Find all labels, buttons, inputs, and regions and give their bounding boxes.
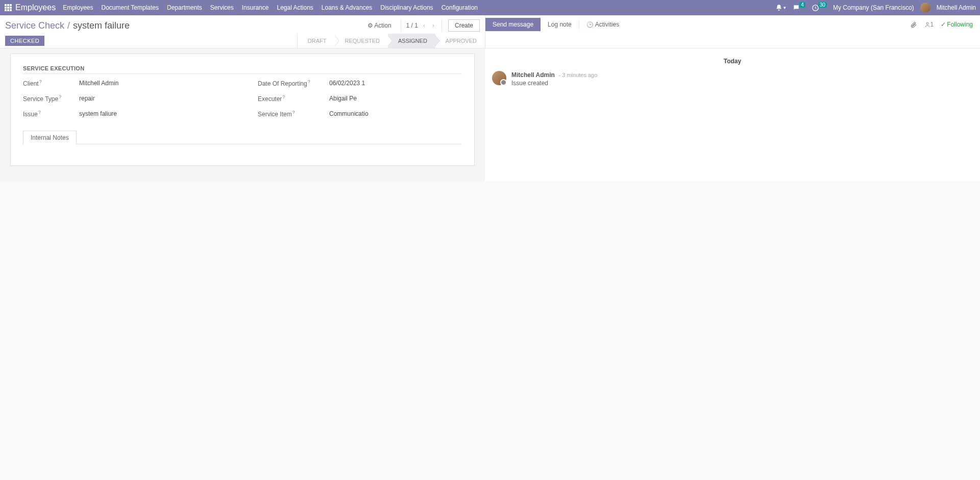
field-service-type: Service Type? repair xyxy=(23,94,227,103)
value-issue[interactable]: system faliure xyxy=(79,110,117,117)
menu-loans-advances[interactable]: Loans & Advances xyxy=(322,4,372,11)
pager-prev[interactable]: ‹ xyxy=(421,22,427,29)
menu-legal-actions[interactable]: Legal Actions xyxy=(277,4,313,11)
svg-rect-3 xyxy=(5,7,7,9)
topnav-right: ▾ 4 30 My Company (San Francisco) Mitche… xyxy=(775,3,976,13)
help-icon[interactable]: ? xyxy=(308,79,310,84)
svg-rect-5 xyxy=(10,7,12,9)
stage-assigned[interactable]: ASSIGNED xyxy=(388,34,435,48)
message-text: Issue created xyxy=(511,80,597,87)
control-panel: Service Check / system failure ⚙Action 1… xyxy=(0,15,980,48)
section-title: SERVICE EXECUTION xyxy=(23,65,462,71)
chatter-pane: Today Mitchell Admin - 3 minutes ago Iss… xyxy=(485,48,980,181)
activities-button[interactable]: 30 xyxy=(812,4,827,12)
label-client: Client? xyxy=(23,79,79,87)
apps-icon[interactable] xyxy=(4,4,12,12)
value-client[interactable]: Mitchell Admin xyxy=(79,80,118,87)
menu-services[interactable]: Services xyxy=(210,4,234,11)
label-service-type: Service Type? xyxy=(23,94,79,103)
field-client: Client? Mitchell Admin xyxy=(23,79,227,87)
menu-configuration[interactable]: Configuration xyxy=(442,4,478,11)
notebook-tabs: Internal Notes xyxy=(23,130,462,144)
stage-approved[interactable]: APPROVED xyxy=(435,34,485,48)
tab-internal-notes[interactable]: Internal Notes xyxy=(23,131,77,144)
checked-badge: CHECKED xyxy=(5,36,44,46)
clock-badge: 30 xyxy=(818,2,827,8)
help-icon[interactable]: ? xyxy=(292,110,295,115)
label-service-item: Service Item? xyxy=(258,110,329,118)
menu-employees[interactable]: Employees xyxy=(63,4,93,11)
send-message-tab[interactable]: Send message xyxy=(485,18,541,31)
help-icon[interactable]: ? xyxy=(59,94,61,99)
field-date-reporting: Date Of Reporting? 06/02/2023 1 xyxy=(258,79,462,87)
pager-text: 1 / 1 xyxy=(406,22,418,29)
log-note-tab[interactable]: Log note xyxy=(541,18,579,31)
field-issue: Issue? system faliure xyxy=(23,110,227,118)
label-executer: Executer? xyxy=(258,94,329,103)
stage-draft[interactable]: DRAFT xyxy=(298,34,335,48)
user-name[interactable]: Mitchell Admin xyxy=(937,4,976,11)
top-navbar: Employees Employees Document Templates D… xyxy=(0,0,980,15)
svg-rect-4 xyxy=(7,7,9,9)
main-menu: Employees Document Templates Departments… xyxy=(63,4,478,11)
attachment-icon[interactable] xyxy=(910,21,917,28)
activities-tab[interactable]: 🕒Activities xyxy=(579,18,626,31)
breadcrumb-current: system failure xyxy=(73,20,130,31)
status-bar: DRAFT REQUESTED ASSIGNED APPROVED xyxy=(297,34,485,48)
user-avatar[interactable] xyxy=(920,3,930,13)
message-author[interactable]: Mitchell Admin xyxy=(511,71,555,79)
form-pane: SERVICE EXECUTION Client? Mitchell Admin… xyxy=(0,48,485,181)
main-content: SERVICE EXECUTION Client? Mitchell Admin… xyxy=(0,48,980,181)
company-selector[interactable]: My Company (San Francisco) xyxy=(833,4,914,11)
help-icon[interactable]: ? xyxy=(39,79,42,84)
followers-number: 1 xyxy=(930,21,934,28)
breadcrumb-parent[interactable]: Service Check xyxy=(5,20,64,31)
value-date-reporting[interactable]: 06/02/2023 1 xyxy=(329,80,365,87)
svg-rect-2 xyxy=(10,4,12,6)
notifications-button[interactable]: ▾ xyxy=(775,4,786,11)
app-brand[interactable]: Employees xyxy=(15,3,56,12)
menu-departments[interactable]: Departments xyxy=(167,4,202,11)
action-label: Action xyxy=(374,22,391,29)
messaging-button[interactable]: 4 xyxy=(792,4,805,11)
chat-badge: 4 xyxy=(799,2,805,8)
form-left-column: Client? Mitchell Admin Service Type? rep… xyxy=(23,79,227,125)
pager-next[interactable]: › xyxy=(430,22,436,29)
message-time: - 3 minutes ago xyxy=(559,72,598,78)
pager: 1 / 1 ‹ › xyxy=(401,19,442,32)
field-service-item: Service Item? Communicatio xyxy=(258,110,462,118)
value-service-item[interactable]: Communicatio xyxy=(329,110,369,117)
following-button[interactable]: ✓Following xyxy=(941,21,973,28)
caret-down-icon: ▾ xyxy=(783,5,786,10)
svg-point-10 xyxy=(926,22,928,24)
action-dropdown[interactable]: ⚙Action xyxy=(368,22,391,29)
followers-count[interactable]: 1 xyxy=(924,21,934,28)
svg-rect-8 xyxy=(10,9,12,11)
value-executer[interactable]: Abigail Pe xyxy=(329,95,357,102)
label-issue: Issue? xyxy=(23,110,79,118)
svg-rect-6 xyxy=(5,9,7,11)
following-label: Following xyxy=(947,21,973,28)
chatter-message: Mitchell Admin - 3 minutes ago Issue cre… xyxy=(485,71,980,92)
form-right-column: Date Of Reporting? 06/02/2023 1 Executer… xyxy=(258,79,462,125)
menu-insurance[interactable]: Insurance xyxy=(242,4,269,11)
help-icon[interactable]: ? xyxy=(38,110,41,115)
field-executer: Executer? Abigail Pe xyxy=(258,94,462,103)
clock-small-icon: 🕒 xyxy=(586,21,594,28)
help-icon[interactable]: ? xyxy=(282,94,285,99)
bell-icon xyxy=(775,4,782,11)
label-date-reporting: Date Of Reporting? xyxy=(258,79,329,87)
check-icon: ✓ xyxy=(941,21,946,28)
menu-document-templates[interactable]: Document Templates xyxy=(102,4,159,11)
activities-label: Activities xyxy=(595,21,619,28)
stage-requested[interactable]: REQUESTED xyxy=(335,34,388,48)
gear-icon: ⚙ xyxy=(368,22,373,29)
chatter-today-label: Today xyxy=(485,58,980,65)
create-button[interactable]: Create xyxy=(448,19,480,32)
message-avatar[interactable] xyxy=(492,71,506,85)
svg-rect-7 xyxy=(7,9,9,11)
menu-disciplinary-actions[interactable]: Disciplinary Actions xyxy=(380,4,433,11)
breadcrumb-separator: / xyxy=(67,20,70,31)
form-sheet: SERVICE EXECUTION Client? Mitchell Admin… xyxy=(10,54,475,166)
value-service-type[interactable]: repair xyxy=(79,95,95,102)
